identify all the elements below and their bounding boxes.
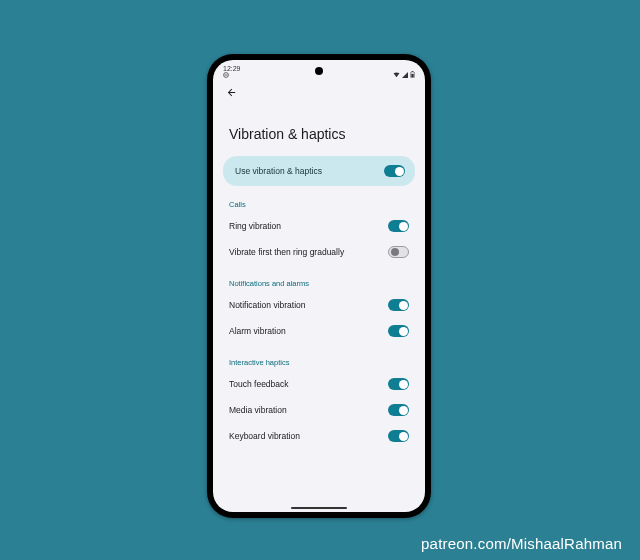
row-label: Alarm vibration <box>229 326 286 336</box>
section-header-notifications: Notifications and alarms <box>223 265 415 292</box>
svg-rect-4 <box>411 74 413 77</box>
section-header-interactive: Interactive haptics <box>223 344 415 371</box>
row-label: Notification vibration <box>229 300 306 310</box>
page-title: Vibration & haptics <box>213 104 425 156</box>
row-alarm-vibration[interactable]: Alarm vibration <box>223 318 415 344</box>
alarm-vibration-switch[interactable] <box>388 325 409 337</box>
row-vibrate-first[interactable]: Vibrate first then ring gradually <box>223 239 415 265</box>
camera-hole <box>315 67 323 75</box>
gesture-nav-handle[interactable] <box>291 507 347 509</box>
section-header-calls: Calls <box>223 186 415 213</box>
row-label: Touch feedback <box>229 379 289 389</box>
status-time: 12:29 <box>223 65 241 72</box>
touch-feedback-switch[interactable] <box>388 378 409 390</box>
notification-vibration-switch[interactable] <box>388 299 409 311</box>
master-switch[interactable] <box>384 165 405 177</box>
svg-rect-3 <box>412 71 413 72</box>
row-label: Vibrate first then ring gradually <box>229 247 344 257</box>
vibrate-first-switch[interactable] <box>388 246 409 258</box>
phone-frame: 12:29 Vibration & h <box>207 54 431 518</box>
arrow-left-icon <box>226 87 237 98</box>
battery-icon <box>410 71 415 78</box>
row-ring-vibration[interactable]: Ring vibration <box>223 213 415 239</box>
master-toggle-label: Use vibration & haptics <box>235 166 322 176</box>
signal-icon <box>402 72 408 78</box>
media-vibration-switch[interactable] <box>388 404 409 416</box>
back-button[interactable] <box>225 87 237 99</box>
settings-content: Use vibration & haptics Calls Ring vibra… <box>213 156 425 512</box>
credit-text: patreon.com/MishaalRahman <box>421 535 622 552</box>
row-label: Keyboard vibration <box>229 431 300 441</box>
app-bar <box>213 78 425 104</box>
row-label: Media vibration <box>229 405 287 415</box>
keyboard-vibration-switch[interactable] <box>388 430 409 442</box>
wifi-icon <box>393 72 400 78</box>
phone-screen: 12:29 Vibration & h <box>213 60 425 512</box>
ring-vibration-switch[interactable] <box>388 220 409 232</box>
row-touch-feedback[interactable]: Touch feedback <box>223 371 415 397</box>
row-notification-vibration[interactable]: Notification vibration <box>223 292 415 318</box>
row-media-vibration[interactable]: Media vibration <box>223 397 415 423</box>
row-label: Ring vibration <box>229 221 281 231</box>
row-keyboard-vibration[interactable]: Keyboard vibration <box>223 423 415 449</box>
master-toggle-row[interactable]: Use vibration & haptics <box>223 156 415 186</box>
